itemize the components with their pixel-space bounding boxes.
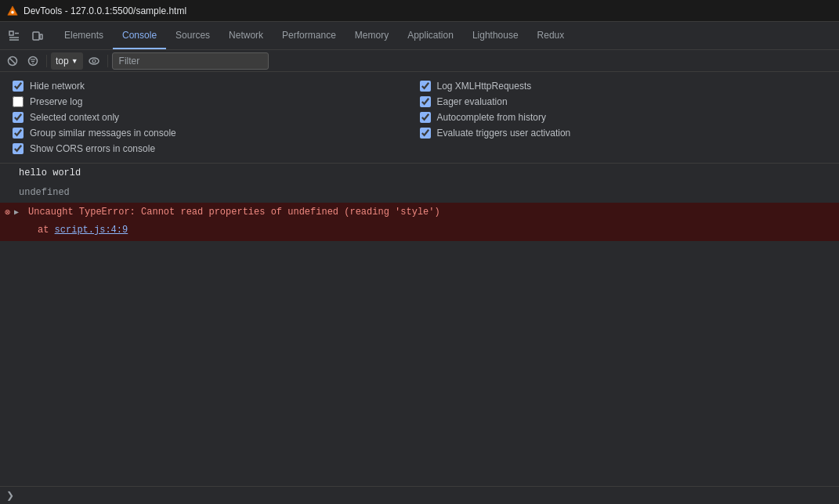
eval-triggers-row[interactable]: Evaluate triggers user activation <box>420 125 827 141</box>
console-toolbar: top ▼ <box>0 50 839 72</box>
eager-eval-checkbox[interactable] <box>420 96 431 107</box>
preserve-log-checkbox[interactable] <box>13 96 24 107</box>
group-similar-checkbox[interactable] <box>13 128 24 139</box>
console-input[interactable] <box>19 490 833 501</box>
svg-line-9 <box>10 58 16 63</box>
console-line-hello: hello world <box>0 164 839 183</box>
settings-right-col: Log XMLHttpRequests Eager evaluation Aut… <box>420 78 827 157</box>
device-toggle-btn[interactable] <box>27 25 49 47</box>
tab-application[interactable]: Application <box>398 22 463 49</box>
console-undefined-text: undefined <box>19 187 70 198</box>
log-xmlhttp-label: Log XMLHttpRequests <box>437 81 532 92</box>
toolbar-separator-2 <box>107 55 108 67</box>
group-similar-label: Group similar messages in console <box>30 128 176 139</box>
tab-network[interactable]: Network <box>219 22 273 49</box>
log-xmlhttp-checkbox[interactable] <box>420 81 431 92</box>
show-cors-checkbox[interactable] <box>13 143 24 154</box>
show-cors-row[interactable]: Show CORS errors in console <box>13 141 420 157</box>
group-similar-row[interactable]: Group similar messages in console <box>13 125 420 141</box>
preserve-log-label: Preserve log <box>30 96 82 107</box>
filter-input[interactable] <box>112 52 269 70</box>
tab-elements[interactable]: Elements <box>55 22 113 49</box>
log-xmlhttp-row[interactable]: Log XMLHttpRequests <box>420 78 827 94</box>
tab-lighthouse[interactable]: Lighthouse <box>463 22 528 49</box>
console-line-undefined: undefined <box>0 183 839 203</box>
eye-btn[interactable] <box>85 52 103 70</box>
eager-eval-row[interactable]: Eager evaluation <box>420 94 827 110</box>
toolbar-separator-1 <box>46 55 47 67</box>
hide-network-checkbox[interactable] <box>13 81 24 92</box>
eval-triggers-label: Evaluate triggers user activation <box>437 128 571 139</box>
autocomplete-label: Autocomplete from history <box>437 112 546 123</box>
clear-console-btn[interactable] <box>3 52 22 70</box>
title-text: DevTools - 127.0.0.1:5500/sample.html <box>24 5 186 16</box>
tab-icon-group <box>3 22 55 49</box>
error-expand-icon[interactable]: ▶ <box>14 206 19 220</box>
selected-context-label: Selected context only <box>30 112 119 123</box>
selected-context-checkbox[interactable] <box>13 112 24 123</box>
svg-marker-0 <box>8 5 17 14</box>
autocomplete-checkbox[interactable] <box>420 112 431 123</box>
settings-left-col: Hide network Preserve log Selected conte… <box>13 78 420 157</box>
eager-eval-label: Eager evaluation <box>437 96 508 107</box>
svg-rect-6 <box>33 32 39 40</box>
preserve-log-row[interactable]: Preserve log <box>13 94 420 110</box>
console-error-text: Uncaught TypeError: Cannot read properti… <box>28 207 440 218</box>
show-cors-label: Show CORS errors in console <box>30 143 155 154</box>
eval-triggers-checkbox[interactable] <box>420 128 431 139</box>
devtools-icon <box>6 5 19 17</box>
tab-performance[interactable]: Performance <box>273 22 345 49</box>
svg-rect-7 <box>40 34 42 39</box>
tab-sources[interactable]: Sources <box>166 22 219 49</box>
filter-toggle-btn[interactable] <box>24 52 42 70</box>
tab-memory[interactable]: Memory <box>345 22 398 49</box>
settings-panel: Hide network Preserve log Selected conte… <box>0 72 839 164</box>
svg-point-15 <box>92 59 96 63</box>
console-error-location-line: at script.js:4:9 <box>0 221 839 241</box>
error-location-link[interactable]: script.js:4:9 <box>55 225 128 236</box>
chevron-down-icon: ▼ <box>71 57 78 65</box>
console-error-line[interactable]: ⊗ ▶ Uncaught TypeError: Cannot read prop… <box>0 203 839 221</box>
svg-point-14 <box>89 58 99 64</box>
hide-network-label: Hide network <box>30 81 85 92</box>
selected-context-row[interactable]: Selected context only <box>13 110 420 125</box>
svg-rect-2 <box>9 31 13 35</box>
hide-network-row[interactable]: Hide network <box>13 78 420 94</box>
prompt-icon: ❯ <box>6 490 14 501</box>
tab-console[interactable]: Console <box>113 22 166 49</box>
context-selector[interactable]: top ▼ <box>51 52 83 70</box>
tab-bar: Elements Console Sources Network Perform… <box>0 22 839 50</box>
console-output: hello world undefined ⊗ ▶ Uncaught TypeE… <box>0 164 839 486</box>
inspect-element-btn[interactable] <box>3 25 25 47</box>
title-bar: DevTools - 127.0.0.1:5500/sample.html <box>0 0 839 22</box>
error-icon: ⊗ <box>5 206 10 220</box>
autocomplete-row[interactable]: Autocomplete from history <box>420 110 827 125</box>
console-input-row: ❯ <box>0 486 839 504</box>
console-hello-text: hello world <box>19 167 81 178</box>
content-area: Hide network Preserve log Selected conte… <box>0 72 839 504</box>
tab-redux[interactable]: Redux <box>528 22 574 49</box>
svg-point-1 <box>11 11 14 14</box>
